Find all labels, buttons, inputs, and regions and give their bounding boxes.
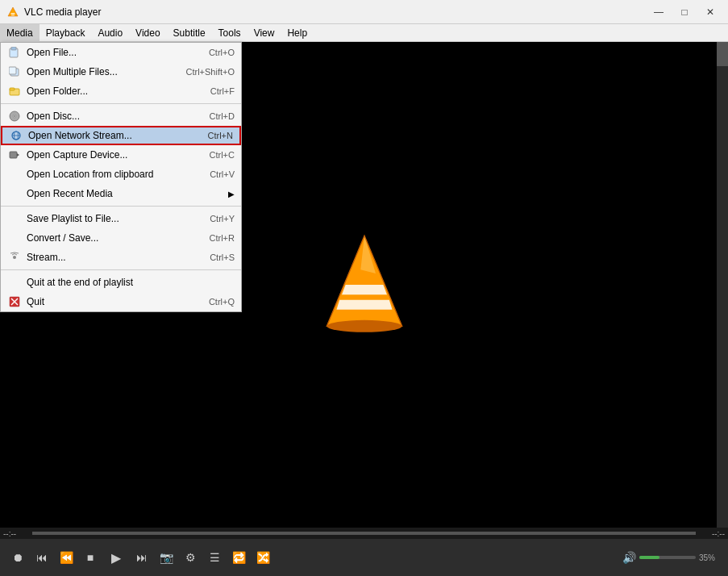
stream-item[interactable]: Stream... Ctrl+S [1,248,241,267]
close-button[interactable]: ✕ [699,4,722,20]
svg-marker-22 [342,285,387,294]
svg-rect-6 [9,67,16,74]
svg-marker-16 [17,153,19,157]
open-multiple-label: Open Multiple Files... [27,66,185,77]
menu-item-subtitle[interactable]: Subtitle [167,24,212,42]
random-button[interactable]: 🔀 [252,546,274,569]
svg-marker-23 [336,300,392,310]
open-file-icon [7,45,22,60]
quit-end-icon [7,275,22,290]
window-controls: — □ ✕ [647,4,722,20]
separator-2 [1,206,241,207]
open-location-item[interactable]: Open Location from clipboard Ctrl+V [1,165,241,184]
svg-rect-1 [11,13,15,15]
snapshot-button[interactable]: 📷 [155,546,177,569]
menu-item-view[interactable]: View [248,24,281,42]
window-title: VLC media player [24,6,647,18]
open-folder-label: Open Folder... [27,86,210,97]
save-playlist-label: Save Playlist to File... [27,213,210,224]
open-capture-label: Open Capture Device... [27,149,210,161]
volume-area: 🔊 35% [622,551,722,564]
menu-item-media[interactable]: Media [0,24,40,42]
open-disc-item[interactable]: Open Disc... Ctrl+D [1,106,241,126]
menu-item-video[interactable]: Video [129,24,166,42]
vlc-icon [6,6,19,19]
svg-rect-8 [10,88,15,90]
open-multiple-icon [7,65,22,79]
convert-save-item[interactable]: Convert / Save... Ctrl+R [1,228,241,248]
convert-save-icon [7,231,22,245]
minimize-button[interactable]: — [647,4,670,20]
open-file-label: Open File... [27,47,209,58]
extended-settings-button[interactable]: ⚙ [179,546,202,569]
separator-1 [1,103,241,104]
separator-3 [1,269,241,270]
progress-track[interactable] [32,532,696,535]
quit-end-playlist-item[interactable]: Quit at the end of playlist [1,273,241,292]
time-elapsed: --:-- [3,529,16,538]
open-folder-item[interactable]: Open Folder... Ctrl+F [1,81,241,101]
media-dropdown-menu: Open File... Ctrl+O Open Multiple Files.… [0,42,242,312]
play-button[interactable]: ▶ [103,545,129,570]
time-total: --:-- [712,529,725,538]
open-recent-item[interactable]: Open Recent Media ▶ [1,184,241,203]
open-multiple-shortcut: Ctrl+Shift+O [185,67,235,77]
svg-rect-15 [10,152,17,158]
progress-bar-area: --:-- --:-- [0,528,728,539]
open-location-label: Open Location from clipboard [27,169,210,180]
quit-item[interactable]: Quit Ctrl+Q [1,292,241,311]
open-recent-arrow: ▶ [228,190,235,198]
stream-label: Stream... [27,252,210,263]
open-disc-label: Open Disc... [27,111,210,122]
volume-icon: 🔊 [622,551,636,564]
save-playlist-item[interactable]: Save Playlist to File... Ctrl+Y [1,209,241,228]
open-network-stream-item[interactable]: Open Network Stream... Ctrl+N [1,126,241,145]
open-network-stream-shortcut: Ctrl+N [208,131,233,140]
save-playlist-shortcut: Ctrl+Y [210,214,235,223]
volume-slider[interactable] [639,556,696,559]
scrollbar-thumb[interactable] [717,42,728,66]
open-file-shortcut: Ctrl+O [209,48,235,57]
record-button[interactable]: ⏺ [6,546,29,569]
open-folder-icon [7,84,22,98]
open-capture-shortcut: Ctrl+C [210,150,235,160]
open-network-stream-label: Open Network Stream... [28,130,208,141]
bottom-controls-area: --:-- --:-- ⏺ ⏮ ⏪ ■ ▶ ⏭ 📷 ⚙ ☰ 🔁 🔀 🔊 35% [0,528,728,576]
stream-shortcut: Ctrl+S [210,253,235,262]
open-capture-device-item[interactable]: Open Capture Device... Ctrl+C [1,145,241,165]
menu-item-audio[interactable]: Audio [91,24,129,42]
open-disc-shortcut: Ctrl+D [210,111,235,121]
playlist-button[interactable]: ☰ [203,546,226,569]
menu-item-playback[interactable]: Playback [40,24,92,42]
stop-button[interactable]: ■ [79,546,102,569]
convert-save-shortcut: Ctrl+R [210,233,235,243]
svg-point-17 [13,256,16,259]
quit-icon [7,294,22,309]
skip-forward-button[interactable]: ⏭ [131,546,153,569]
controls-bar: ⏺ ⏮ ⏪ ■ ▶ ⏭ 📷 ⚙ ☰ 🔁 🔀 🔊 35% [0,539,728,576]
volume-fill [639,556,659,559]
open-recent-icon [7,186,22,201]
titlebar: VLC media player — □ ✕ [0,0,728,24]
volume-percentage: 35% [699,553,722,562]
menu-item-tools[interactable]: Tools [212,24,248,42]
open-location-shortcut: Ctrl+V [210,169,235,179]
open-recent-label: Open Recent Media [27,188,225,199]
open-folder-shortcut: Ctrl+F [210,86,235,96]
menubar: Media Playback Audio Video Subtitle Tool… [0,24,728,42]
stream-icon [7,250,22,265]
svg-rect-4 [11,47,16,50]
open-file-item[interactable]: Open File... Ctrl+O [1,43,241,62]
convert-save-label: Convert / Save... [27,232,210,244]
right-scrollbar[interactable] [717,42,728,528]
menu-item-help[interactable]: Help [281,24,314,42]
open-capture-icon [7,148,22,162]
open-multiple-files-item[interactable]: Open Multiple Files... Ctrl+Shift+O [1,62,241,81]
rewind-button[interactable]: ⏪ [55,546,77,569]
quit-shortcut: Ctrl+Q [209,297,235,307]
skip-back-button[interactable]: ⏮ [31,546,53,569]
open-disc-icon [7,109,22,123]
loop-button[interactable]: 🔁 [227,546,250,569]
quit-label: Quit [27,296,209,307]
maximize-button[interactable]: □ [673,4,696,20]
